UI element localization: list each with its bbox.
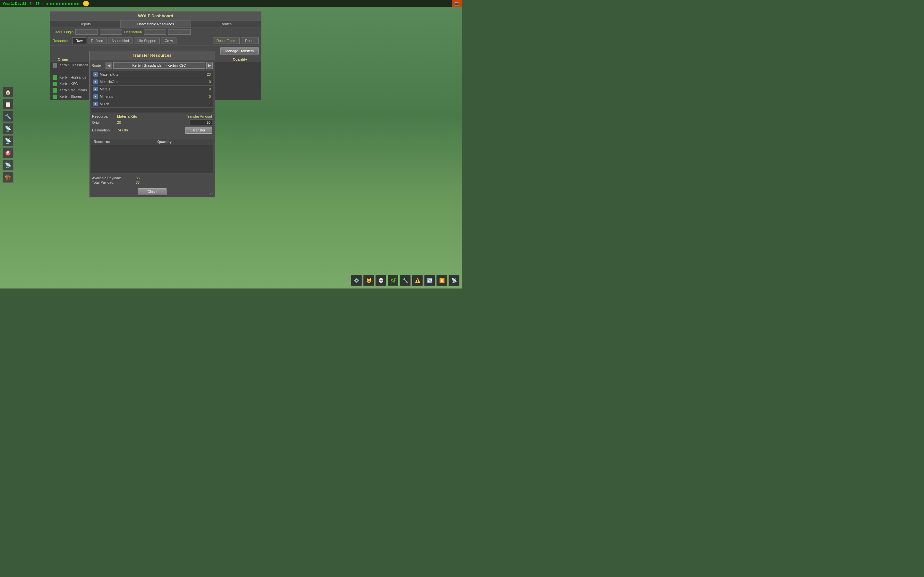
resource-row-metallicOre[interactable]: ▼ MetallicOre 0 bbox=[91, 78, 213, 85]
filter-raw[interactable]: Raw bbox=[72, 37, 86, 44]
resource-selected-value: MaterialKits bbox=[117, 114, 137, 118]
sidebar-icon-tools[interactable]: 🔧 bbox=[3, 111, 13, 122]
play-btn[interactable]: ▶ bbox=[47, 2, 49, 5]
ff3-btn[interactable]: ▶▶ bbox=[62, 2, 67, 5]
reset-button[interactable]: Reset bbox=[241, 37, 258, 44]
bt-icon-wrench[interactable]: 🔧 bbox=[400, 275, 411, 286]
reset-filters-button[interactable]: Reset Filters bbox=[213, 37, 240, 44]
total-payload-label: Total Payload: bbox=[92, 181, 131, 184]
ff2-btn[interactable]: ▶▶ bbox=[56, 2, 61, 5]
destination-dropdown2[interactable]: --- bbox=[168, 29, 191, 35]
filter-crew[interactable]: Crew bbox=[161, 37, 176, 44]
resource-icon-metallicOre: ▼ bbox=[94, 79, 98, 84]
resource-row-metals[interactable]: ▼ Metals 0 bbox=[91, 85, 213, 93]
total-payload-value: 36 bbox=[136, 181, 140, 184]
ff1-btn[interactable]: ▶▶ bbox=[50, 2, 55, 5]
bt-icon-warning[interactable]: ⚠️ bbox=[412, 275, 423, 286]
sidebar-icon-build[interactable]: 🏗️ bbox=[3, 172, 13, 183]
lower-table-container: Resource Quantity bbox=[91, 138, 213, 173]
bt-icon-pause[interactable]: ⏸️ bbox=[436, 275, 447, 286]
close-button[interactable]: Close bbox=[137, 188, 166, 195]
resources-label: Resources bbox=[53, 39, 69, 43]
ff4-btn[interactable]: ▶▶ bbox=[68, 2, 73, 5]
available-payload-row: Available Payload: 36 bbox=[92, 176, 212, 180]
resource-name-metals: Metals bbox=[100, 87, 201, 91]
sidebar-icon-antenna1[interactable]: 📡 bbox=[3, 123, 13, 134]
route-icon-green bbox=[53, 82, 57, 86]
destination-value-row: Destination: 74 / 86 Transfer bbox=[92, 127, 212, 134]
resource-row-mulch[interactable]: ▼ Mulch 1 bbox=[91, 100, 213, 108]
route-label: Route bbox=[91, 63, 104, 67]
payload-info: Available Payload: 36 Total Payload: 36 bbox=[89, 175, 215, 186]
tab-depots[interactable]: Depots bbox=[50, 21, 121, 27]
resource-row-materialkits[interactable]: ▼ MaterialKits 20 bbox=[91, 71, 213, 78]
resource-name-metallicOre: MetallicOre bbox=[100, 80, 201, 84]
bt-icon-antenna[interactable]: 📡 bbox=[449, 275, 459, 286]
resource-qty-mulch: 1 bbox=[201, 102, 211, 106]
origin-value-label: Origin: bbox=[92, 121, 115, 124]
total-payload-row: Total Payload: 36 bbox=[92, 181, 212, 184]
lower-col-quantity: Quantity bbox=[155, 139, 213, 145]
filter-assembled[interactable]: Assembled bbox=[108, 37, 132, 44]
bt-icon-green[interactable]: 🌿 bbox=[388, 275, 399, 286]
sidebar-icon-target[interactable]: 🎯 bbox=[3, 147, 13, 158]
destination-dropdown[interactable]: --- bbox=[144, 29, 166, 35]
destination-value: 74 / 86 bbox=[117, 128, 128, 132]
transfer-resources-popup: Transfer Resources Route ◀ Kerbin:Grassl… bbox=[89, 51, 215, 197]
wolf-dashboard-title: WOLF Dashboard bbox=[50, 11, 261, 21]
transfer-resources-list[interactable]: ▼ MaterialKits 20 ▼ MetallicOre 0 ▼ Meta… bbox=[91, 71, 213, 113]
filter-life-support[interactable]: Life Support bbox=[134, 37, 160, 44]
origin-dropdown[interactable]: --- bbox=[75, 29, 98, 35]
resource-qty-materialkits: 20 bbox=[201, 73, 211, 76]
resource-row-minerals[interactable]: ▼ Minerals 0 bbox=[91, 93, 213, 100]
bt-icon-skull[interactable]: 💀 bbox=[375, 275, 386, 286]
top-right-icon[interactable]: 📷 bbox=[452, 0, 462, 7]
ff5-btn[interactable]: ▶▶ bbox=[74, 2, 79, 5]
bt-icon-settings[interactable]: ⚙️ bbox=[351, 275, 362, 286]
col-header-quantity: Quantity bbox=[230, 56, 261, 62]
resource-name-mulch: Mulch bbox=[100, 102, 201, 106]
transfer-button[interactable]: Transfer bbox=[186, 127, 212, 134]
route-display: Kerbin:Grasslands => Kerbin:KSC bbox=[113, 62, 205, 69]
resources-row: Resources Raw Refined Assembled Life Sup… bbox=[50, 36, 261, 45]
bt-icon-back[interactable]: ↩️ bbox=[424, 275, 435, 286]
route-icon-gray bbox=[53, 63, 57, 68]
sidebar-icon-home[interactable]: 🏠 bbox=[3, 87, 13, 97]
resource-icon-mulch: ▼ bbox=[94, 102, 98, 106]
route-prev-button[interactable]: ◀ bbox=[105, 62, 112, 69]
bottom-toolbar: ⚙️ 🐱 💀 🌿 🔧 ⚠️ ↩️ ⏸️ 📡 bbox=[351, 275, 459, 286]
resource-icon-minerals: ▼ bbox=[94, 94, 98, 99]
resource-qty-metallicOre: 0 bbox=[201, 80, 211, 84]
tab-harvestable[interactable]: Harvestable Resources bbox=[121, 21, 191, 27]
sidebar-icon-list[interactable]: 📋 bbox=[3, 99, 13, 110]
destination-label: Destination bbox=[124, 30, 142, 34]
sidebar-icon-antenna2[interactable]: 📡 bbox=[3, 135, 13, 146]
lower-table: Resource Quantity bbox=[91, 139, 213, 145]
origin-dropdown2[interactable]: --- bbox=[100, 29, 122, 35]
available-payload-value: 36 bbox=[136, 176, 140, 180]
corner-mark: R bbox=[210, 192, 213, 196]
sidebar-icon-antenna3[interactable]: 📡 bbox=[3, 160, 13, 171]
time-display: Year 1, Day 22 - 4h, 27m bbox=[3, 2, 43, 5]
transfer-amount-input[interactable] bbox=[190, 119, 212, 125]
origin-value: 20 bbox=[117, 121, 121, 124]
filter-refined[interactable]: Refined bbox=[87, 37, 107, 44]
transfer-info: Resource: MaterialKits Transfer Amount O… bbox=[89, 113, 215, 137]
wolf-tabs: Depots Harvestable Resources Routes bbox=[50, 21, 261, 28]
resource-qty-minerals: 0 bbox=[201, 95, 211, 98]
resource-icon-materialkits: ▼ bbox=[94, 72, 98, 77]
top-bar: Year 1, Day 22 - 4h, 27m ▶ ▶▶ ▶▶ ▶▶ ▶▶ ▶… bbox=[0, 0, 462, 7]
bt-icon-cat[interactable]: 🐱 bbox=[363, 275, 374, 286]
lower-col-resource: Resource bbox=[91, 139, 155, 145]
manage-transfers-button[interactable]: Manage Transfers bbox=[220, 47, 258, 55]
tab-routes[interactable]: Routes bbox=[191, 21, 261, 27]
resource-selected-label: Resource: bbox=[92, 114, 115, 118]
route-icon-green bbox=[53, 95, 57, 99]
route-next-button[interactable]: ▶ bbox=[206, 62, 213, 69]
resource-qty-metals: 0 bbox=[201, 87, 211, 91]
available-payload-label: Available Payload: bbox=[92, 176, 131, 180]
left-sidebar: 🏠 📋 🔧 📡 📡 🎯 📡 🏗️ bbox=[3, 87, 13, 183]
origin-value-row: Origin: 20 bbox=[92, 119, 212, 125]
route-selector: Route ◀ Kerbin:Grasslands => Kerbin:KSC … bbox=[89, 60, 215, 71]
route-icon-green bbox=[53, 88, 57, 93]
